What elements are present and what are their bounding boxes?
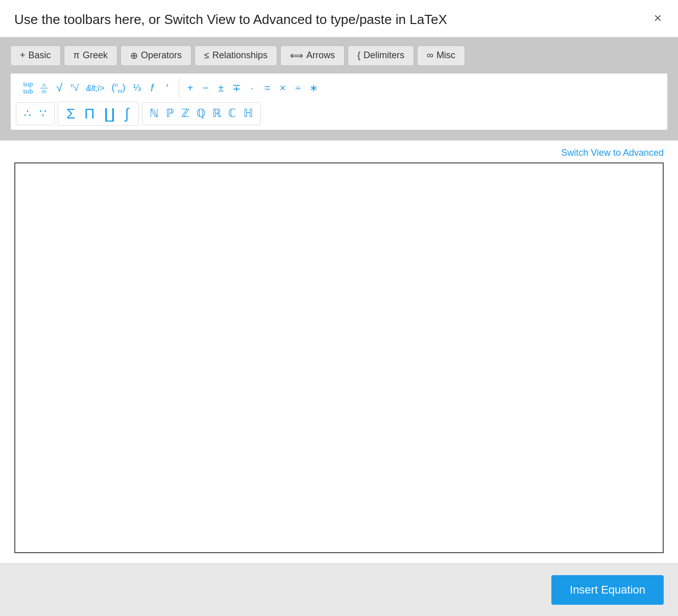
sym-italic[interactable]: &lt;i> (83, 81, 107, 95)
misc-icon: ∞ (427, 50, 433, 61)
dialog-header: Use the toolbars here, or Switch View to… (0, 0, 678, 37)
tab-basic-label: Basic (29, 50, 51, 61)
sym-integers[interactable]: ℤ (178, 105, 192, 122)
toolbar-area: + Basic π Greek ⊕ Operators ≤ Relationsh… (0, 37, 678, 140)
operators-icon: ⊕ (130, 50, 138, 61)
tab-row: + Basic π Greek ⊕ Operators ≤ Relationsh… (10, 45, 668, 66)
function-symbol: f (151, 82, 154, 94)
sym-plus[interactable]: + (183, 80, 198, 96)
prime-symbol: ′ (166, 82, 168, 94)
symbols-row-1: sup sub n m √ (16, 78, 662, 99)
delimiters-icon: { (357, 50, 360, 61)
sym-sup-sub[interactable]: sup sub (20, 79, 36, 98)
tab-greek-label: Greek (83, 50, 108, 61)
sym-group-arithmetic: + − ± ∓ · = × ÷ ∗ (179, 79, 325, 97)
sym-coprod[interactable]: ∐ (100, 104, 119, 124)
sym-therefore[interactable]: ∴ (20, 105, 35, 122)
relationships-icon: ≤ (204, 50, 209, 61)
sup-label: sup (23, 81, 33, 88)
sym-nthroot[interactable]: n√ (67, 80, 82, 96)
sym-because[interactable]: ∵ (36, 105, 50, 122)
fraction-display: n m (40, 82, 47, 94)
sym-sqrt[interactable]: √ (52, 79, 66, 97)
sym-fraction[interactable]: n m (37, 80, 51, 97)
sym-group-large-ops: Σ Π ∐ ∫ (58, 102, 139, 126)
sym-inline-frac[interactable]: ⅓ (130, 81, 144, 95)
sym-times[interactable]: × (276, 80, 290, 96)
sym-sum[interactable]: Σ (62, 104, 79, 124)
italic-symbol: &lt;i> (86, 83, 104, 93)
switch-view-button[interactable]: Switch View to Advanced (561, 148, 664, 158)
sym-cdot[interactable]: · (245, 80, 259, 96)
sym-complex[interactable]: ℂ (225, 105, 239, 122)
tab-misc[interactable]: ∞ Misc (417, 45, 465, 66)
sym-reals[interactable]: ℝ (209, 105, 224, 122)
equation-editor[interactable] (14, 162, 664, 553)
tab-arrows-label: Arrows (306, 50, 335, 61)
tab-operators-label: Operators (141, 50, 182, 61)
basic-icon: + (20, 50, 26, 61)
tab-relationships-label: Relationships (212, 50, 268, 61)
math-equation-dialog: Use the toolbars here, or Switch View to… (0, 0, 678, 616)
binom-symbol: (nm) (111, 82, 125, 94)
sym-equals[interactable]: = (260, 80, 275, 96)
tab-delimiters[interactable]: { Delimiters (348, 45, 414, 66)
sym-rationals[interactable]: ℚ (193, 105, 208, 122)
tab-greek[interactable]: π Greek (64, 45, 117, 66)
symbols-area: sup sub n m √ (10, 73, 668, 130)
tab-basic[interactable]: + Basic (10, 45, 61, 66)
greek-icon: π (74, 50, 80, 61)
sym-minusplus[interactable]: ∓ (229, 80, 244, 96)
content-area: Switch View to Advanced (0, 140, 678, 563)
tab-relationships[interactable]: ≤ Relationships (195, 45, 277, 66)
sym-group-therefore: ∴ ∵ (16, 102, 55, 125)
dialog-title: Use the toolbars here, or Switch View to… (14, 11, 652, 29)
tab-arrows[interactable]: ⟺ Arrows (280, 45, 345, 66)
sym-prime[interactable]: ′ (160, 80, 175, 96)
sym-quaternions[interactable]: ℍ (240, 105, 256, 122)
close-button[interactable]: × (652, 11, 664, 25)
tab-operators[interactable]: ⊕ Operators (120, 45, 191, 66)
arrows-icon: ⟺ (290, 50, 303, 61)
sym-int[interactable]: ∫ (120, 104, 134, 124)
sym-plusminus[interactable]: ± (214, 80, 228, 96)
sym-function[interactable]: f (145, 80, 159, 96)
inline-frac-symbol: ⅓ (133, 83, 141, 93)
insert-equation-button[interactable]: Insert Equation (551, 575, 664, 605)
sym-group-bb: ℕ ℙ ℤ ℚ ℝ ℂ ℍ (142, 102, 261, 125)
sym-binom[interactable]: (nm) (108, 80, 128, 97)
symbols-row-2: ∴ ∵ Σ Π ∐ ∫ ℕ ℙ ℤ ℚ ℝ ℂ (16, 102, 662, 126)
sym-prod[interactable]: Π (80, 104, 99, 124)
tab-delimiters-label: Delimiters (364, 50, 404, 61)
sym-group-basic: sup sub n m √ (16, 78, 179, 99)
sqrt-symbol: √ (56, 81, 62, 94)
sym-naturals[interactable]: ℕ (147, 105, 162, 122)
sym-minus[interactable]: − (199, 80, 213, 96)
sym-ast[interactable]: ∗ (306, 80, 321, 96)
switch-view-row: Switch View to Advanced (14, 140, 664, 162)
sym-div[interactable]: ÷ (291, 80, 305, 96)
dialog-footer: Insert Equation (0, 563, 678, 616)
nthroot-symbol: n√ (70, 82, 79, 94)
tab-misc-label: Misc (437, 50, 455, 61)
sub-label: sub (23, 88, 33, 95)
sym-primes[interactable]: ℙ (163, 105, 177, 122)
